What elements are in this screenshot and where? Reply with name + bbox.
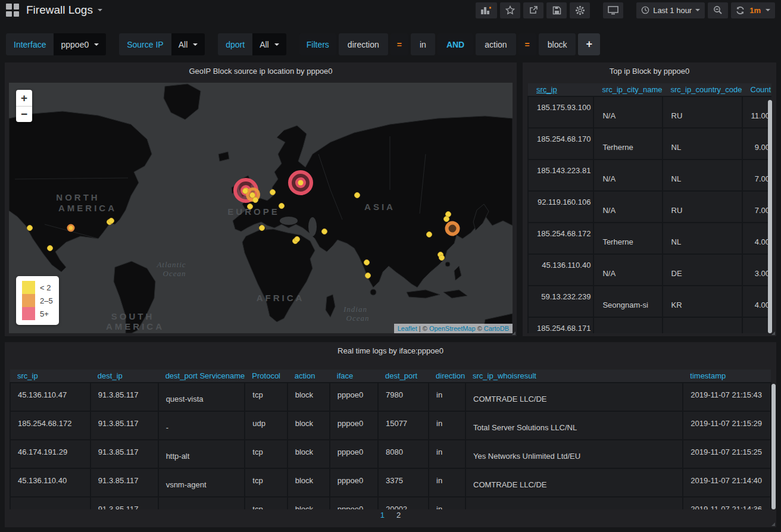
variable-value-dropdown[interactable]: All	[252, 33, 286, 55]
logs-column-header[interactable]: dest_port Servicename	[158, 370, 245, 383]
table-cell: in	[429, 383, 466, 411]
page-number[interactable]: 2	[396, 511, 401, 520]
map-marker-dot[interactable]	[439, 255, 445, 261]
variable-value-dropdown[interactable]: All	[171, 33, 205, 55]
add-panel-button[interactable]	[476, 2, 497, 18]
table-cell: 3375	[378, 468, 429, 497]
table-cell: NL	[663, 223, 742, 254]
map-marker-dot[interactable]	[270, 189, 276, 195]
map-marker-dot[interactable]	[108, 218, 114, 224]
map-marker-dot[interactable]	[321, 229, 327, 234]
filter-segment[interactable]: action	[476, 33, 516, 55]
table-row: 45.136.110.40N/ADE3.00	[528, 254, 771, 286]
logs-column-header[interactable]: timestamp	[683, 370, 771, 383]
table-row: 185.254.68.17291.3.85.117-udpblockpppoe0…	[10, 411, 771, 440]
filter-operator[interactable]: =	[518, 33, 536, 55]
map-marker-dot[interactable]	[279, 203, 285, 209]
add-filter-button[interactable]: +	[578, 33, 600, 55]
map-zoom-in-button[interactable]: +	[16, 90, 32, 106]
adhoc-segments: direction=inANDaction=block	[339, 33, 576, 55]
table-cell: block	[288, 497, 330, 509]
logs-column-header[interactable]: dest_port	[378, 370, 429, 383]
table-cell: 3.00	[742, 254, 772, 286]
star-button[interactable]	[500, 2, 520, 18]
logs-column-header[interactable]: iface	[330, 370, 378, 383]
refresh-button[interactable]: 1m	[731, 2, 775, 18]
top-panel-title[interactable]: Top ip Block by pppoe0	[523, 62, 776, 80]
variable-value-dropdown[interactable]: pppoe0	[54, 33, 106, 55]
share-button[interactable]	[523, 2, 543, 18]
world-map-landmass	[9, 83, 513, 333]
map-marker-orange-ring[interactable]	[445, 221, 460, 236]
table-cell: 2019-11-07 21:15:29	[683, 411, 771, 440]
cycle-view-button[interactable]	[603, 2, 623, 18]
filter-operator[interactable]: =	[390, 33, 408, 55]
variable-value: All	[260, 40, 269, 49]
map-marker-dot[interactable]	[443, 216, 449, 222]
filter-segment[interactable]: in	[411, 33, 435, 55]
filter-condition[interactable]: AND	[438, 33, 473, 55]
zoom-out-button[interactable]	[708, 2, 728, 18]
time-range-picker[interactable]: Last 1 hour	[636, 2, 705, 18]
map-marker-dot[interactable]	[426, 231, 432, 237]
map-marker-dot[interactable]	[242, 188, 248, 194]
map-marker-dot[interactable]	[365, 273, 371, 278]
map-marker-dot[interactable]	[364, 259, 370, 265]
map-marker-dot[interactable]	[354, 192, 360, 198]
map-marker-dot[interactable]	[27, 225, 33, 231]
time-range-label: Last 1 hour	[653, 6, 692, 15]
page-number[interactable]: 1	[380, 511, 385, 520]
table-cell: 91.3.85.117	[90, 383, 158, 411]
map-marker-dot[interactable]	[259, 225, 265, 231]
top-column-header[interactable]: src_ip	[528, 83, 593, 96]
logs-column-header[interactable]: src_ip	[10, 370, 90, 383]
map-marker-dot[interactable]	[47, 245, 53, 251]
save-icon	[552, 6, 561, 15]
map-marker-red-ring[interactable]	[288, 170, 313, 195]
table-row: 45.136.110.4791.3.85.117quest-vistatcpbl…	[10, 383, 771, 411]
filter-segment[interactable]: direction	[339, 33, 388, 55]
adhoc-filters-label: Filters	[299, 33, 336, 55]
chevron-down-icon	[94, 43, 99, 46]
variable-label: Source IP	[119, 33, 171, 55]
logs-column-header[interactable]: Protocol	[245, 370, 287, 383]
map-marker-dot[interactable]	[247, 204, 253, 209]
top-column-header[interactable]: Count	[742, 83, 772, 96]
dashboard-grid-icon[interactable]	[6, 4, 19, 17]
table-cell: quest-vista	[158, 383, 245, 411]
map-marker-orange-dot[interactable]	[67, 224, 75, 232]
attribution-link[interactable]: Leaflet	[398, 325, 417, 332]
table-row: 185.175.93.100N/ARU11.00	[528, 96, 771, 128]
table-row: 185.254.68.170TerherneNL9.00	[528, 128, 771, 159]
table-cell: in	[429, 411, 466, 440]
top-table-scrollbar[interactable]	[768, 100, 772, 333]
table-cell: 15077	[378, 411, 429, 440]
logs-column-header[interactable]: action	[288, 370, 330, 383]
table-row: 92.119.160.106N/ARU7.00	[528, 191, 771, 223]
world-map[interactable]: NORTHAMERICAEUROPEASIAAFRICASOUTHAMERICA…	[9, 83, 513, 333]
logs-column-header[interactable]: src_ip_whoisresult	[466, 370, 683, 383]
table-cell: pppoe0	[330, 440, 378, 468]
table-cell: 46.174.191.29	[10, 440, 90, 468]
dashboard-title-dropdown[interactable]: Firewall Logs	[26, 4, 102, 17]
table-cell: 185.254.68.172	[10, 411, 90, 440]
logs-column-header[interactable]: direction	[429, 370, 466, 383]
table-cell	[466, 497, 683, 509]
map-panel-title[interactable]: GeoIP Block source ip location by pppoe0	[5, 62, 517, 80]
attribution-link[interactable]: CartoDB	[484, 325, 509, 332]
save-button[interactable]	[546, 2, 567, 18]
logs-panel-title[interactable]: Real time logs by iface:pppoe0	[5, 342, 776, 360]
star-icon	[505, 5, 515, 15]
table-cell: 91.3.85.117	[90, 497, 158, 509]
logs-table: src_ipdest_ipdest_port ServicenameProtoc…	[10, 370, 771, 509]
attribution-link[interactable]: OpenStreetMap	[429, 325, 476, 332]
settings-button[interactable]	[570, 2, 590, 18]
top-column-header[interactable]: src_ip_city_name	[593, 83, 662, 96]
logs-table-scrollbar[interactable]	[771, 384, 776, 509]
filter-segment[interactable]: block	[539, 33, 576, 55]
top-column-header[interactable]: src_ip_country_code	[663, 83, 742, 96]
map-marker-dot[interactable]	[252, 197, 258, 203]
map-marker-dot[interactable]	[294, 236, 300, 242]
map-zoom-out-button[interactable]: −	[16, 106, 32, 122]
logs-column-header[interactable]: dest_ip	[90, 370, 158, 383]
